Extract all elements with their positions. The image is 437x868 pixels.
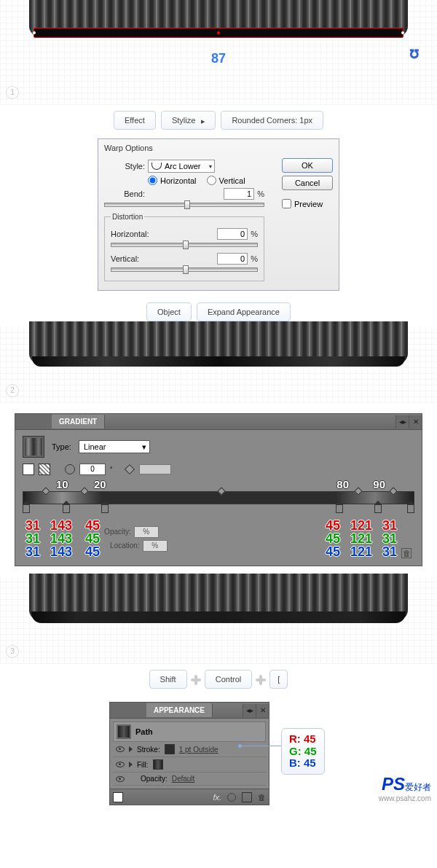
- rounded-corners-button[interactable]: Rounded Corners: 1px: [221, 111, 323, 130]
- angle-input[interactable]: 0: [79, 464, 106, 475]
- stop-pos-80: 80: [336, 478, 349, 490]
- gradient-swatch[interactable]: [23, 436, 44, 458]
- opacity-row[interactable]: Opacity: Default: [113, 773, 266, 786]
- handle-center[interactable]: [217, 31, 220, 34]
- dist-v-input[interactable]: [217, 253, 248, 265]
- blank: [129, 792, 139, 802]
- stroke-color-callout: R: 45 G: 45 B: 45: [281, 728, 325, 775]
- expand-appearance-button[interactable]: Expand Appearance: [197, 302, 291, 321]
- style-select[interactable]: Arc Lower: [148, 160, 215, 173]
- step-3: 3: [0, 576, 437, 664]
- delete-stop-icon[interactable]: 🗑: [401, 548, 412, 558]
- aspect-icon: [125, 464, 135, 474]
- trash-icon[interactable]: 🗑: [258, 793, 266, 802]
- stop6-rgb: 313131: [382, 519, 397, 558]
- artwork-step3: [29, 574, 408, 623]
- shift-key: Shift: [149, 670, 187, 689]
- blank-tab[interactable]: [15, 414, 52, 429]
- disclosure-icon[interactable]: [129, 746, 133, 752]
- reverse-icon[interactable]: [39, 464, 50, 475]
- appearance-panel: APPEARANCE ◂▸ ✕ Path Stroke: 1 pt Outsid…: [109, 702, 269, 805]
- midpoint-icon[interactable]: [81, 487, 89, 495]
- midpoint-icon[interactable]: [217, 487, 225, 495]
- arc-lower-icon: [151, 163, 162, 170]
- gradient-tab[interactable]: GRADIENT: [52, 415, 105, 429]
- type-select[interactable]: Linear: [79, 440, 151, 453]
- midpoint-icon[interactable]: [42, 487, 50, 495]
- close-icon[interactable]: ✕: [256, 704, 269, 717]
- dist-v-slider[interactable]: [111, 267, 258, 272]
- bend-slider[interactable]: [104, 203, 264, 207]
- stroke-swatch[interactable]: [23, 464, 34, 475]
- collapse-icon[interactable]: ◂▸: [395, 415, 409, 429]
- handle-right[interactable]: [401, 31, 404, 34]
- watermark: PS爱好者 www.psahz.com: [379, 774, 431, 802]
- path-row[interactable]: Path: [113, 722, 266, 742]
- measurement-value: 87: [29, 51, 408, 66]
- bend-label: Bend:: [104, 189, 145, 198]
- fill-row[interactable]: Fill:: [113, 757, 266, 773]
- stop-pos-10: 10: [56, 478, 68, 490]
- preview-checkbox[interactable]: Preview: [282, 199, 333, 208]
- blank-tab[interactable]: [110, 703, 146, 718]
- vertical-radio[interactable]: Vertical: [207, 176, 245, 185]
- color-stop[interactable]: [336, 504, 343, 513]
- clear-icon[interactable]: [227, 793, 236, 802]
- aspect-input[interactable]: [139, 464, 171, 474]
- effect-button[interactable]: Effect: [114, 111, 156, 130]
- location-input[interactable]: %: [143, 540, 168, 552]
- stroke-row[interactable]: Stroke: 1 pt Outside: [113, 742, 266, 757]
- warp-options-dialog: Warp Options Style: Arc Lower Horizontal…: [98, 138, 339, 291]
- step-1: 87 ʊ 1: [0, 0, 437, 105]
- color-stop[interactable]: [407, 504, 414, 513]
- dialog-title: Warp Options: [98, 139, 339, 155]
- gradient-bar[interactable]: [23, 491, 414, 504]
- color-stop[interactable]: [374, 504, 382, 513]
- stylize-button[interactable]: Stylize▶: [161, 111, 216, 130]
- appearance-tab[interactable]: APPEARANCE: [146, 703, 213, 717]
- disclosure-icon[interactable]: [129, 762, 133, 767]
- visibility-icon[interactable]: [116, 776, 125, 782]
- panel-footer: fx. 🗑: [110, 789, 269, 805]
- bend-input[interactable]: [224, 188, 254, 200]
- bend-percent: %: [257, 189, 264, 198]
- midpoint-icon[interactable]: [389, 487, 397, 495]
- stop-pos-90: 90: [373, 478, 385, 490]
- color-stop[interactable]: [101, 504, 109, 513]
- stop-pos-20: 20: [94, 478, 106, 490]
- stroke-detail[interactable]: 1 pt Outside: [179, 746, 219, 754]
- stop1-rgb: 313131: [25, 519, 40, 558]
- stroke-color-icon[interactable]: [165, 744, 175, 754]
- gradient-panel: GRADIENT ◂▸ ✕ Type: Linear 0 ° 10 20 80 …: [15, 413, 422, 566]
- selected-bar[interactable]: [34, 28, 403, 38]
- bottom-cap-3: [31, 611, 406, 623]
- plus-icon: [256, 675, 266, 685]
- ok-button[interactable]: OK: [282, 158, 333, 173]
- step-2: 2: [0, 327, 437, 403]
- object-button[interactable]: Object: [146, 302, 192, 321]
- cancel-button[interactable]: Cancel: [282, 176, 333, 190]
- distortion-fieldset: Distortion Horizontal: % Vertical: %: [104, 213, 264, 281]
- new-fill-icon[interactable]: [242, 792, 252, 802]
- artwork-step2: [29, 321, 408, 367]
- close-icon[interactable]: ✕: [409, 415, 422, 429]
- stop5-rgb: 121121121: [350, 519, 372, 558]
- fill-swatch-icon[interactable]: [153, 759, 163, 770]
- fx-button[interactable]: fx.: [213, 793, 221, 802]
- effect-breadcrumb: Effect Stylize▶ Rounded Corners: 1px: [0, 105, 437, 136]
- midpoint-icon[interactable]: [354, 487, 362, 495]
- visibility-icon[interactable]: [116, 746, 125, 752]
- new-art-icon[interactable]: [113, 792, 123, 802]
- stop2-rgb: 143143143: [50, 519, 72, 558]
- visibility-icon[interactable]: [116, 762, 125, 767]
- color-stop[interactable]: [23, 504, 30, 513]
- horizontal-radio[interactable]: Horizontal: [148, 176, 197, 185]
- color-stop[interactable]: [63, 504, 70, 513]
- collapse-icon[interactable]: ◂▸: [243, 704, 256, 717]
- handle-left[interactable]: [33, 31, 36, 34]
- plus-icon: [191, 675, 201, 685]
- dist-h-slider[interactable]: [111, 243, 258, 247]
- opacity-input[interactable]: %: [134, 526, 159, 538]
- callout-connector: [240, 746, 283, 746]
- dist-h-input[interactable]: [217, 228, 248, 240]
